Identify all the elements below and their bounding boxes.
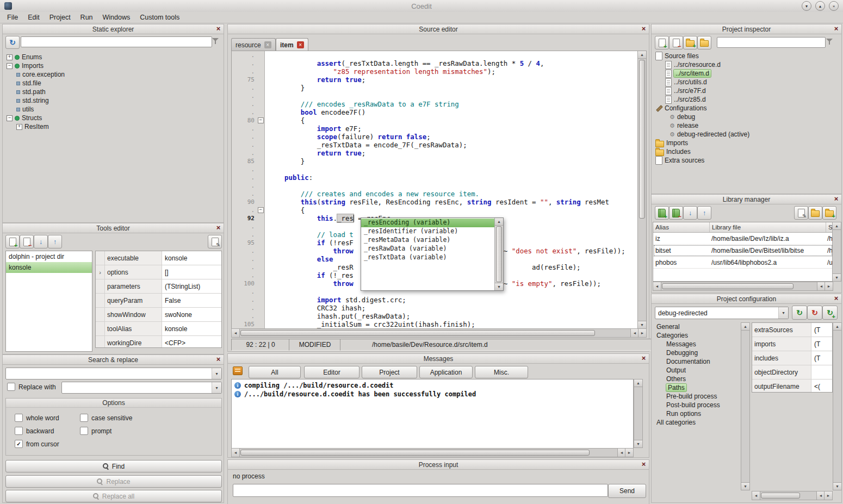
tree-item-messages[interactable]: Messages [654,340,740,349]
tree-item-debug[interactable]: ⚙ debug [653,113,840,121]
filter-icon[interactable] [212,38,219,45]
combo-arrow-icon[interactable]: ▾ [212,382,221,393]
tree-item-release[interactable]: ⚙ release [653,121,840,130]
property-row[interactable]: parameters (TStringList) [96,279,221,294]
whole-word-option[interactable]: whole word [15,414,59,422]
tree-item-paths-selected[interactable]: Paths [654,383,740,392]
expander-icon[interactable]: − [7,115,13,121]
expander-icon[interactable]: − [7,63,13,69]
scroll-up-icon[interactable]: ▲ [495,218,503,226]
replace-with-checkbox[interactable] [7,383,15,391]
tree-item-utils-d[interactable]: ../src/utils.d [653,78,840,86]
menu-run[interactable]: Run [76,13,98,22]
tool-item-selected[interactable]: konsole [6,262,92,273]
scrollbar-thumb[interactable] [240,450,590,456]
close-window-button[interactable]: × [829,1,839,11]
case-sensitive-option[interactable]: case sensitive [80,414,132,422]
expander-icon[interactable]: + [16,124,22,130]
categories-vscrollbar[interactable]: ▲ ▼ [741,322,750,490]
scroll-right-icon[interactable]: ► [625,449,633,457]
completion-item-selected[interactable]: _resEncoding (variable) [361,219,494,227]
tree-item-output[interactable]: Output [654,366,740,375]
tree-item-includes[interactable]: Includes [653,147,840,156]
completion-scrollbar[interactable]: ▲ ▼ [494,218,503,290]
scroll-down-icon[interactable]: ▼ [638,321,646,328]
close-panel-icon[interactable]: × [640,354,648,363]
library-vscrollbar[interactable]: ▲ ▼ [832,222,841,282]
tab-all[interactable]: All [249,366,301,378]
send-button[interactable]: Send [608,484,646,498]
tree-item-enums[interactable]: + Enums [4,53,222,61]
close-panel-icon[interactable]: × [832,294,840,303]
library-hscrollbar[interactable]: ◄ ◄ ► [653,282,833,291]
menu-edit[interactable]: Edit [23,13,45,22]
replace-combobox[interactable]: ▾ [61,382,222,394]
tree-item-documentation[interactable]: Documentation [654,357,740,366]
tab-editor[interactable]: Editor [304,366,359,378]
table-row[interactable]: phobos /usr/lib64/libphobos2.a /us [653,257,833,269]
combo-arrow-icon[interactable]: ▾ [212,368,221,379]
property-row[interactable]: outputFilename <( [752,379,832,393]
scrollbar-thumb[interactable] [240,330,595,336]
find-button[interactable]: Find [5,460,222,472]
close-panel-icon[interactable]: × [640,460,648,469]
replace-button[interactable]: Replace [5,475,222,488]
property-value[interactable]: konsole [162,251,221,265]
search-combobox[interactable]: ▾ [5,368,222,379]
expand-property-icon[interactable]: › [96,265,105,279]
messages-list[interactable]: i compiling /.../build/resource.d.coedit… [231,379,634,450]
add-library-button[interactable] [655,206,669,220]
scroll-down-icon[interactable]: ▼ [634,440,642,447]
message-row[interactable]: i /.../build/resource.d.coedit has been … [232,390,633,399]
property-value[interactable]: (T [811,337,832,351]
scrollbar-thumb[interactable] [639,60,645,219]
scroll-left-icon[interactable]: ◄ [232,449,240,457]
property-row[interactable]: extraSources (T [752,323,832,337]
column-library-file[interactable]: Library file [710,222,826,232]
tab-item[interactable]: item × [276,38,308,51]
backward-checkbox[interactable] [15,427,23,435]
property-row[interactable]: queryParam False [96,294,221,308]
scrollbar-thumb[interactable] [662,283,794,289]
property-row[interactable]: › options [] [96,265,221,279]
tree-item-source-files[interactable]: Source files [653,52,840,60]
tree-item-categories[interactable]: Categories [654,331,740,340]
search-term-input[interactable] [6,368,212,379]
messages-vscrollbar[interactable]: ▲ ▼ [634,379,643,448]
scroll-up-icon[interactable]: ▲ [833,323,841,331]
property-value[interactable]: konsole [162,322,221,335]
tree-item-item-d-selected[interactable]: ../src/item.d [653,69,840,78]
close-tab-icon[interactable]: × [264,41,271,48]
tab-resource[interactable]: resource × [231,38,276,51]
inspector-search-input[interactable] [717,37,826,48]
menu-windows[interactable]: Windows [98,13,135,22]
whole-word-checkbox[interactable] [15,414,23,422]
tree-item-imports[interactable]: Imports [653,139,840,147]
refresh-button[interactable]: ↻ [5,36,20,49]
property-value[interactable] [811,365,832,379]
filter-icon[interactable] [826,38,833,45]
completion-item[interactable]: _resIdentifier (variable) [361,227,494,236]
menu-project[interactable]: Project [45,13,76,22]
property-row[interactable]: imports (T [752,337,832,351]
completion-item[interactable]: _resRawData (variable) [361,245,494,253]
tree-item-debugging[interactable]: Debugging [654,349,740,357]
scroll-down-icon[interactable]: ▼ [495,283,503,290]
close-panel-icon[interactable]: × [832,24,840,33]
table-row[interactable]: iz /home/basile/Dev/Iz/lib/iz.a /ho [653,233,833,245]
tree-item-general[interactable]: General [654,322,740,331]
tree-item-resitem[interactable]: + ResItem [4,122,222,131]
scroll-left-icon[interactable]: ◄ [653,282,661,290]
property-row[interactable]: workingDire <CFP> [96,336,221,348]
property-value[interactable]: (TStringList) [162,279,221,293]
grid-vscrollbar[interactable]: ▲ ▼ [833,322,842,490]
remove-configuration-button[interactable]: ↻ [807,306,822,320]
scroll-left-icon[interactable]: ◄ [817,282,825,290]
property-row[interactable]: toolAlias konsole [96,322,221,336]
add-configuration-button[interactable]: ↻ [822,306,838,320]
scrollbar-thumb[interactable] [761,493,800,499]
scroll-left-icon[interactable]: ◄ [816,491,825,500]
scroll-left-icon[interactable]: ◄ [232,329,240,337]
property-row[interactable]: objectDirectory [752,365,832,379]
tree-item-run-options[interactable]: Run options [654,409,740,418]
